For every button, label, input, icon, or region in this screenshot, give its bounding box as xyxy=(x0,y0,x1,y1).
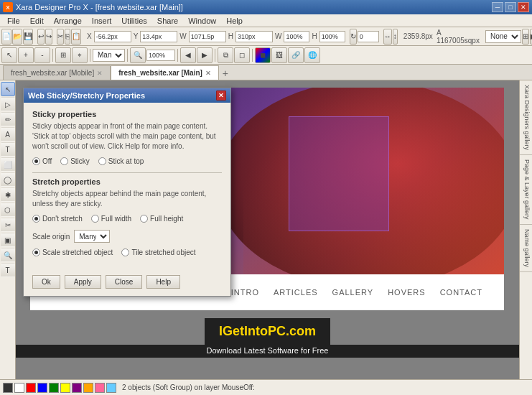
nav-hovers[interactable]: HOVERS xyxy=(388,288,425,297)
sticky-off-radio[interactable]: Off xyxy=(32,157,52,165)
prev-page-button[interactable]: ◀ xyxy=(180,47,196,63)
close-dialog-button[interactable]: Close xyxy=(106,275,143,289)
nav-contact[interactable]: CONTACT xyxy=(440,288,482,297)
sticky-top-radio[interactable]: Stick at top xyxy=(98,157,144,165)
nav-articles[interactable]: ARTICLES xyxy=(274,288,318,297)
ok-button[interactable]: Ok xyxy=(32,275,60,289)
crop-tool[interactable]: ✂ xyxy=(1,218,15,232)
fill-tool[interactable]: ▣ xyxy=(1,233,15,247)
tile-stretched-radio[interactable]: Tile stretched object xyxy=(121,248,195,256)
menu-edit[interactable]: Edit xyxy=(26,16,48,26)
y-input[interactable] xyxy=(140,31,177,42)
menu-help[interactable]: Help xyxy=(222,16,247,26)
menu-arrange[interactable]: Arrange xyxy=(50,16,86,26)
stretch-none-radio[interactable]: Don't stretch xyxy=(32,215,83,223)
color3-swatch[interactable] xyxy=(49,383,59,393)
rotate-button[interactable]: ↻ xyxy=(350,29,357,45)
scale-stretched-radio[interactable]: Scale stretched object xyxy=(32,248,113,256)
text-tool[interactable]: T xyxy=(1,142,15,157)
tab-add-button[interactable]: + xyxy=(219,67,232,80)
modal-close-button[interactable]: ✕ xyxy=(216,90,226,101)
draw-tool[interactable]: ✏ xyxy=(1,112,15,126)
selector-tool[interactable]: ↖ xyxy=(1,82,15,96)
color-button[interactable]: ◼ xyxy=(255,47,271,63)
nav-gallery[interactable]: GALLERY xyxy=(332,288,374,297)
h-input[interactable] xyxy=(235,31,273,42)
grid-button[interactable]: ⊞ xyxy=(55,47,71,63)
none-select[interactable]: None xyxy=(485,30,521,43)
minimize-button[interactable]: ─ xyxy=(492,2,503,12)
maximize-button[interactable]: □ xyxy=(505,2,516,12)
menu-file[interactable]: File xyxy=(3,16,24,26)
zoom-in-button[interactable]: + xyxy=(18,47,34,63)
designers-gallery-tab[interactable]: Xara Designers gallery xyxy=(520,80,532,155)
stretch-fh-radio[interactable]: Full height xyxy=(140,215,183,223)
web-button[interactable]: 🌐 xyxy=(304,47,320,63)
color5-swatch[interactable] xyxy=(72,383,82,393)
zoom-out-button[interactable]: - xyxy=(34,47,50,63)
align-button[interactable]: ⊞ xyxy=(522,29,529,45)
gallery-button[interactable]: 🖼 xyxy=(271,47,287,63)
node-tool[interactable]: ▷ xyxy=(1,97,15,111)
snap-button[interactable]: ⌖ xyxy=(72,47,88,63)
cut-button[interactable]: ✂ xyxy=(57,29,64,45)
tab-mobile-close[interactable]: ✕ xyxy=(97,70,103,77)
paste-button[interactable]: 📋 xyxy=(71,29,81,45)
scale-h-input[interactable] xyxy=(319,31,345,42)
x-input[interactable] xyxy=(94,31,131,42)
menu-window[interactable]: Window xyxy=(184,16,220,26)
new-button[interactable]: 📄 xyxy=(1,29,11,45)
line-color-swatch[interactable] xyxy=(14,383,24,393)
help-button[interactable]: Help xyxy=(146,275,180,289)
zoom-tool[interactable]: 🔍 xyxy=(1,248,15,262)
type-tool[interactable]: T xyxy=(1,263,15,277)
poly-tool[interactable]: ⬡ xyxy=(1,203,15,217)
menu-utilities[interactable]: Utilities xyxy=(117,16,151,26)
canvas-area[interactable]: NEW LOOK FRESH BUTTON TEXT YWEBSITE.COM … xyxy=(16,80,519,379)
layer-button[interactable]: ⧉ xyxy=(218,47,233,63)
w-input[interactable] xyxy=(189,31,226,42)
select-tool[interactable]: ↖ xyxy=(1,47,17,63)
color7-swatch[interactable] xyxy=(95,383,105,393)
sticky-sticky-radio[interactable]: Sticky xyxy=(60,157,90,165)
apply-button[interactable]: Apply xyxy=(65,275,101,289)
menu-insert[interactable]: Insert xyxy=(88,16,116,26)
flip-v-button[interactable]: ↕ xyxy=(393,29,398,45)
undo-button[interactable]: ↩ xyxy=(37,29,45,45)
save-button[interactable]: 💾 xyxy=(23,29,33,45)
color1-swatch[interactable] xyxy=(26,383,36,393)
star-tool[interactable]: ✱ xyxy=(1,187,15,202)
title-bar-controls[interactable]: ─ □ ✕ xyxy=(492,2,529,12)
copy-button[interactable]: ⎘ xyxy=(65,29,70,45)
zoom-fit-button[interactable]: 🔍 xyxy=(130,47,146,63)
ellipse-tool[interactable]: ◯ xyxy=(1,172,15,187)
nav-intro[interactable]: INTRO xyxy=(231,288,259,297)
menu-share[interactable]: Share xyxy=(153,16,182,26)
stretch-fw-radio[interactable]: Full width xyxy=(91,215,131,223)
separator-t4 xyxy=(177,49,178,62)
rotate-input[interactable] xyxy=(358,31,379,42)
page-layer-gallery-tab[interactable]: Page & Layer gallery xyxy=(520,155,532,225)
color6-swatch[interactable] xyxy=(83,383,93,393)
rect-tool[interactable]: ⬜ xyxy=(1,157,15,172)
view-select[interactable]: Many xyxy=(93,49,125,62)
shape-tool[interactable]: A xyxy=(1,127,15,141)
zoom-input[interactable] xyxy=(146,50,175,61)
scale-w-input[interactable] xyxy=(284,31,309,42)
fill-color-swatch[interactable] xyxy=(3,383,13,393)
color8-swatch[interactable] xyxy=(106,383,116,393)
redo-button[interactable]: ↪ xyxy=(45,29,52,45)
object-button[interactable]: ◻ xyxy=(234,47,250,63)
tab-mobile[interactable]: fresh_website.xar [Mobile] ✕ xyxy=(3,65,111,80)
color4-swatch[interactable] xyxy=(60,383,70,393)
color2-swatch[interactable] xyxy=(37,383,47,393)
link-button[interactable]: 🔗 xyxy=(288,47,304,63)
open-button[interactable]: 📂 xyxy=(12,29,22,45)
close-button[interactable]: ✕ xyxy=(518,2,529,12)
tab-main-close[interactable]: ✕ xyxy=(205,70,211,77)
name-gallery-tab[interactable]: Name gallery xyxy=(520,225,532,272)
tab-main[interactable]: fresh_website.xar [Main] ✕ xyxy=(111,65,219,80)
scale-origin-select[interactable]: Many xyxy=(74,230,110,243)
flip-h-button[interactable]: ↔ xyxy=(383,29,392,45)
next-page-button[interactable]: ▶ xyxy=(197,47,213,63)
